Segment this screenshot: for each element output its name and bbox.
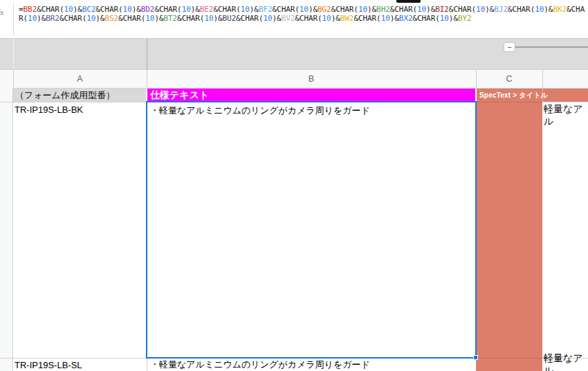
formula-token: BF2 [259,5,273,14]
formula-token: )& [426,5,435,14]
header-gridline [13,70,14,88]
formula-token: BK2 [553,5,567,14]
formula-token: &CHAR( [118,14,145,23]
formula-token: BY2 [458,14,472,23]
column-header-a[interactable]: A [13,70,147,88]
gridline [476,358,542,359]
column-header-c[interactable]: C [476,70,542,88]
slider-track[interactable] [515,46,588,48]
formula-token: 10 [476,5,485,14]
cell-c1[interactable]: SpecText > タイトル [477,89,588,102]
formula-token: )& [309,5,318,14]
panel-backdrop [0,38,588,70]
formula-token: BX2 [399,14,413,23]
formula-token: BG2 [318,5,331,14]
formula-token: &CHA [567,5,585,14]
cell-b1[interactable]: 仕様テキスト [147,89,475,102]
cell-a2[interactable]: TR-IP19S-LB-BK [15,105,83,115]
formula-token: 10 [322,14,331,23]
formula-token: )& [37,14,46,23]
minus-icon: − [507,43,511,51]
header-top-border [0,69,588,70]
band-divider-column-a [147,39,147,70]
spreadsheet-app: fx =BB2&CHAR(10)&BC2&CHAR(10)&BD2&CHAR(1… [0,0,588,371]
cell-d3[interactable]: 軽量なアル [544,359,588,371]
formula-token: BV2 [282,14,295,23]
formula-token: 10 [182,5,191,14]
formula-token: &CHAR( [412,14,439,23]
cell-c2-c3-fill[interactable] [476,102,542,371]
formula-token: BU2 [223,14,237,23]
gridline [0,102,146,102]
header-gridline [147,70,147,88]
formula-token: &CHAR( [236,14,263,23]
formula-token: &CHAR( [95,5,122,14]
formula-token: 10 [204,14,213,23]
formula-token: )& [390,14,399,23]
formula-input[interactable]: =BB2&CHAR(10)&BC2&CHAR(10)&BD2&CHAR(10)&… [19,5,585,23]
formula-token: )& [95,14,104,23]
formula-token: 10 [535,5,544,14]
formula-token: 10 [300,5,309,14]
formula-token: 10 [358,5,367,14]
formula-token: 10 [28,14,37,23]
formula-token: &CHAR( [331,5,358,14]
band-divider-left [13,39,14,70]
gridline [477,102,588,102]
formula-token: BT2 [163,14,177,23]
row-header-strip [0,88,13,371]
formula-token: )& [250,5,259,14]
gridline [476,89,477,102]
formula-token: )& [367,5,376,14]
formula-token: )& [331,14,340,23]
gridline [147,89,147,102]
window-handle-bar [396,0,421,3]
formula-token: &CHAR( [353,14,380,23]
header-gridline [476,70,477,88]
selection-border [146,101,477,359]
formula-token: 10 [86,14,95,23]
formula-token: )& [132,5,141,14]
formula-token: &CHAR( [295,14,322,23]
formula-token: BJ2 [494,5,508,14]
formula-token: )& [273,14,282,23]
column-header-b[interactable]: B [147,70,476,88]
cell-d2[interactable]: 軽量なアル [544,103,588,128]
formula-token: &CHAR( [273,5,300,14]
formula-token: &CHAR( [508,5,535,14]
formula-token: )& [154,14,163,23]
cell-b3[interactable]: ・軽量なアルミニウムのリングがカメラ周りをガード [150,359,370,371]
formula-token: 10 [64,5,73,14]
formula-token: &CHAR( [177,14,204,23]
gridline [147,359,147,371]
formula-token: 10 [263,14,272,23]
formula-token: BH2 [376,5,390,14]
cell-a3[interactable]: TR-IP19S-LB-SL [15,359,82,371]
c1-d1-divider [542,89,543,102]
formula-token: &CHAR( [449,5,476,14]
header-gridline [542,70,543,88]
formula-token: &CHAR( [213,5,240,14]
fx-icon: fx [0,7,3,18]
formula-token: 10 [123,5,132,14]
formula-token: )& [191,5,200,14]
formula-bar-divider [13,3,14,36]
formula-token: &CHAR( [154,5,181,14]
formula-token: 10 [440,14,449,23]
cell-a1[interactable]: （フォーム作成用型番） [13,89,146,102]
formula-token: )& [73,5,82,14]
formula-token: &CHAR( [59,14,86,23]
column-header-d[interactable] [542,70,588,88]
formula-token: BR2 [46,14,59,23]
zoom-out-button[interactable]: − [504,43,515,51]
corner-cell[interactable] [0,70,13,88]
formula-token: &CHAR( [390,5,417,14]
formula-token: BW2 [340,14,354,23]
fill-handle[interactable] [473,355,478,360]
formula-token: R( [19,14,28,23]
formula-token: )& [485,5,494,14]
formula-token: &CHAR( [37,5,64,14]
formula-token: BC2 [82,5,96,14]
formula-token: BE2 [200,5,214,14]
formula-token: 10 [417,5,426,14]
